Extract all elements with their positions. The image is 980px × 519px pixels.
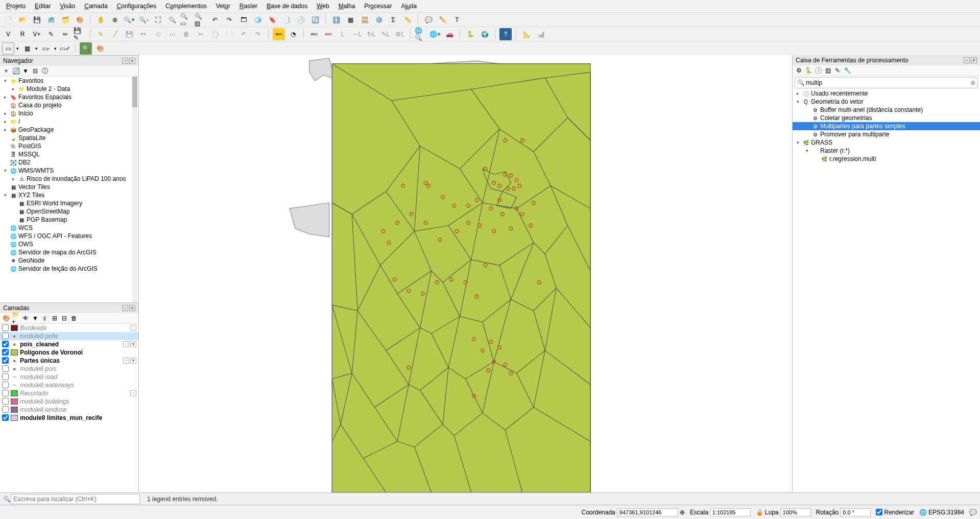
layer-visibility-checkbox[interactable] xyxy=(2,398,9,405)
copy-icon[interactable]: 📋 xyxy=(209,28,221,40)
tree-item[interactable]: ▾🌐WMS/WMTS xyxy=(0,167,138,175)
rotation-input[interactable] xyxy=(840,508,871,516)
tree-item[interactable]: 🍃SpatiaLite xyxy=(0,134,138,142)
text-annotation-icon[interactable]: T xyxy=(451,14,463,26)
layer-visibility-checkbox[interactable] xyxy=(2,357,9,364)
layer-item[interactable]: module8 buildings xyxy=(0,397,138,406)
messages-icon[interactable]: 💬 xyxy=(969,509,977,516)
label-pin-icon[interactable]: abc xyxy=(322,28,334,40)
pencil-icon[interactable]: ✎ xyxy=(94,28,107,40)
menu-web[interactable]: Web xyxy=(313,2,333,11)
tree-item[interactable]: ▸📁/ xyxy=(0,117,138,126)
layer-visibility-checkbox[interactable] xyxy=(2,382,9,388)
tree-item[interactable]: 💽DB2 xyxy=(0,158,138,167)
layer-visibility-checkbox[interactable] xyxy=(2,333,9,339)
layer-visibility-checkbox[interactable] xyxy=(2,373,9,380)
label-move-icon[interactable]: ↔L xyxy=(351,28,363,40)
add-group-icon[interactable]: 📁+ xyxy=(12,314,20,322)
tree-item[interactable]: 🌐Servidor de mapa do ArcGIS xyxy=(0,248,138,256)
close-icon[interactable]: × xyxy=(971,57,977,63)
redo-icon[interactable]: ↷ xyxy=(252,28,264,40)
dropdown-arrow-icon[interactable]: ▾ xyxy=(35,46,38,51)
select-features-icon[interactable]: ▭ xyxy=(2,42,14,55)
new-print-layout-icon[interactable]: 🗺️ xyxy=(45,14,57,26)
dropdown-arrow-icon[interactable]: ▾ xyxy=(16,46,19,51)
tree-item[interactable]: 🐘PostGIS xyxy=(0,142,138,150)
map-canvas[interactable] xyxy=(139,55,792,492)
measure-icon[interactable]: 📏 xyxy=(401,14,414,26)
diagram-icon[interactable]: ◔ xyxy=(287,28,299,40)
save-icon[interactable]: 💾 xyxy=(31,14,43,26)
label-abc-icon[interactable]: abc xyxy=(273,28,285,40)
layer-visibility-checkbox[interactable] xyxy=(2,390,9,396)
layer-item[interactable]: module8 landuse xyxy=(0,406,138,414)
menu-complementos[interactable]: Complementos xyxy=(161,2,211,11)
processing-tree[interactable]: ▸🕓Usado recentemente▾QGeometria do vetor… xyxy=(793,89,980,492)
processing-tree-item[interactable]: ▾🌿GRASS xyxy=(793,138,980,147)
tree-item[interactable]: ▦PGP Basemap xyxy=(0,216,138,224)
python-console-icon[interactable]: 🐍 xyxy=(464,28,476,40)
label-props-icon[interactable]: ⚙L xyxy=(394,28,406,40)
plugin-1-icon[interactable]: 📐 xyxy=(520,28,533,40)
tree-item[interactable]: 🏠Casa do projeto xyxy=(0,101,138,109)
remove-layer-icon[interactable]: 🗑 xyxy=(70,314,78,322)
tree-item[interactable]: ▸🔖Favoritos Espaciais xyxy=(0,93,138,101)
osm-icon[interactable]: 🚗 xyxy=(443,28,456,40)
extents-icon[interactable]: ⊕ xyxy=(680,509,685,516)
show-bookmarks-icon[interactable]: 📑 xyxy=(280,14,293,26)
layer-visibility-checkbox[interactable] xyxy=(2,349,9,356)
zoom-to-layer-icon[interactable]: 🔍▤ xyxy=(195,14,207,26)
tree-item[interactable]: 🌐Servidor de feição do ArcGIS xyxy=(0,265,138,273)
layer-item[interactable]: ●module8 pofw xyxy=(0,332,138,340)
tree-item[interactable]: 🗄MSSQL xyxy=(0,150,138,158)
close-icon[interactable]: × xyxy=(129,305,135,311)
tree-item[interactable]: 🌐WCS xyxy=(0,224,138,232)
label-rotate-icon[interactable]: ↻L xyxy=(365,28,377,40)
modify-attrs-icon[interactable]: ▭ xyxy=(166,28,178,40)
processing-tree-item[interactable]: 🌿r.regression.multi xyxy=(793,155,980,163)
coord-input[interactable] xyxy=(617,508,678,516)
zoom-next-icon[interactable]: ↷ xyxy=(223,14,235,26)
metasearch-icon[interactable]: 🌐🔍 xyxy=(415,28,427,40)
layer-item[interactable]: ●pois_cleaned▫▼ xyxy=(0,340,138,348)
new-shapefile-icon[interactable]: V+ xyxy=(31,28,43,40)
layer-visibility-checkbox[interactable] xyxy=(2,406,9,413)
label-change-icon[interactable]: ✎L xyxy=(379,28,392,40)
add-layer-icon[interactable]: + xyxy=(2,67,10,75)
layer-visibility-checkbox[interactable] xyxy=(2,324,9,331)
history-icon[interactable]: 🕓 xyxy=(814,66,822,75)
menu-configurações[interactable]: Configurações xyxy=(113,2,160,11)
tree-item[interactable]: 🌐WFS / OGC API - Features xyxy=(0,232,138,240)
help-icon[interactable]: ? xyxy=(499,28,512,40)
cut-icon[interactable]: ✂ xyxy=(195,28,207,40)
scrollbar[interactable] xyxy=(132,77,137,302)
new-3d-icon[interactable]: 🧊 xyxy=(252,14,264,26)
layer-visibility-checkbox[interactable] xyxy=(2,414,9,421)
processing-tree-item[interactable]: ⚙Coletar geometrias xyxy=(793,114,980,122)
refresh-icon[interactable]: 🔄 xyxy=(309,14,321,26)
tree-item[interactable]: ▾▦XYZ Tiles xyxy=(0,191,138,199)
expand-all-icon[interactable]: ⊞ xyxy=(51,314,59,322)
toggle-editing-icon[interactable]: ✏ xyxy=(59,28,71,40)
processing-tree-item[interactable]: ⚙Promover para multiparte xyxy=(793,130,980,138)
field-calculator-icon[interactable]: 🧮 xyxy=(358,14,371,26)
layout-manager-icon[interactable]: 🗂️ xyxy=(59,14,71,26)
add-feature-icon[interactable]: ╱ xyxy=(109,28,121,40)
deselect-icon[interactable]: ▭- xyxy=(40,42,52,55)
layer-item[interactable]: ●Partes únicas▫▼ xyxy=(0,357,138,365)
layer-item[interactable]: Bordeada▫ xyxy=(0,324,138,332)
undock-icon[interactable]: ▫ xyxy=(122,305,128,311)
menu-editar[interactable]: Editar xyxy=(31,2,55,11)
render-checkbox[interactable] xyxy=(876,509,882,515)
zoom-full-icon[interactable]: 🔍 xyxy=(166,14,178,26)
tree-item[interactable]: 🌐OWS xyxy=(0,240,138,248)
temporal-icon[interactable]: 🕒 xyxy=(295,14,307,26)
magnifier-input[interactable] xyxy=(780,508,811,516)
close-icon[interactable]: × xyxy=(129,58,135,64)
zoom-to-selection-icon[interactable]: 🔍▭ xyxy=(180,14,193,26)
filter-icon[interactable]: ▼ xyxy=(21,67,30,75)
layer-visibility-checkbox[interactable] xyxy=(2,341,9,347)
undo-icon[interactable]: ↶ xyxy=(237,28,250,40)
style-manager-icon[interactable]: 🎨 xyxy=(74,14,86,26)
current-edits-icon[interactable]: ✎ xyxy=(45,28,57,40)
